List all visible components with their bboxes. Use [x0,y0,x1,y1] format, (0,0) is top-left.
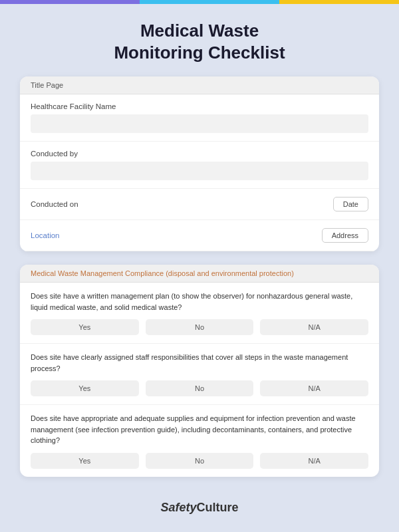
conducted-by-label: Conducted by [31,150,368,158]
location-row: Location Address [20,220,379,251]
top-color-bar [0,0,399,4]
q2-no-button[interactable]: No [146,380,254,396]
title-line1: Medical Waste [140,21,259,41]
conducted-by-row: Conducted by [20,142,379,189]
q1-no-button[interactable]: No [146,319,254,335]
q3-na-button[interactable]: N/A [260,453,368,469]
logo-safety: Safety [160,501,196,514]
title-page-card: Title Page Healthcare Facility Name Cond… [20,76,379,251]
question-3-answers: Yes No N/A [31,453,368,469]
address-button[interactable]: Address [322,228,368,243]
conducted-on-label: Conducted on [31,200,78,208]
compliance-card: Medical Waste Management Compliance (dis… [20,265,379,477]
question-2-text: Does site have clearly assigned staff re… [31,352,368,374]
question-1-answers: Yes No N/A [31,319,368,335]
question-2-answers: Yes No N/A [31,380,368,396]
bar-purple [0,0,140,4]
date-button[interactable]: Date [333,197,368,211]
q2-na-button[interactable]: N/A [260,380,368,396]
facility-name-row: Healthcare Facility Name [20,94,379,142]
location-label: Location [31,231,59,239]
question-3-text: Does site have appropriate and adequate … [31,413,368,446]
safety-culture-logo: SafetyCulture [13,501,386,515]
facility-name-input[interactable] [31,114,368,133]
question-1-text: Does site have a written management plan… [31,291,368,313]
conducted-by-input[interactable] [31,162,368,180]
conducted-on-row: Conducted on Date [20,189,379,220]
title-line2: Monitoring Checklist [114,43,285,63]
q1-na-button[interactable]: N/A [260,319,368,335]
footer: SafetyCulture [0,490,399,531]
page-header: Medical Waste Monitoring Checklist [0,4,399,76]
bar-yellow [279,0,399,4]
logo-culture: Culture [197,501,239,514]
q1-yes-button[interactable]: Yes [31,319,139,335]
compliance-section-header: Medical Waste Management Compliance (dis… [20,265,379,283]
q3-yes-button[interactable]: Yes [31,453,139,469]
page-title: Medical Waste Monitoring Checklist [13,20,386,63]
title-section-header: Title Page [20,76,379,94]
question-block-1: Does site have a written management plan… [20,283,379,344]
q2-yes-button[interactable]: Yes [31,380,139,396]
q3-no-button[interactable]: No [146,453,254,469]
question-block-3: Does site have appropriate and adequate … [20,405,379,477]
bar-blue [140,0,279,4]
question-block-2: Does site have clearly assigned staff re… [20,344,379,405]
facility-name-label: Healthcare Facility Name [31,102,368,110]
